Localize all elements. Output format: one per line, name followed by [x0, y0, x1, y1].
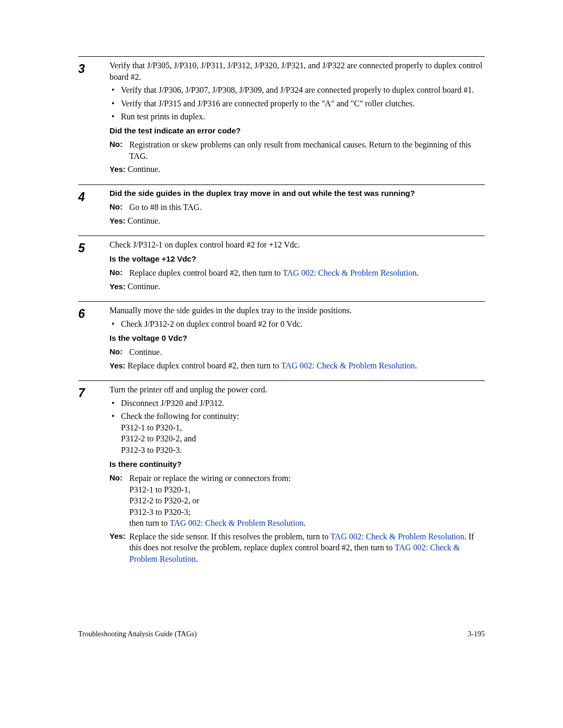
answer-no: No: Registration or skew problems can on… — [109, 139, 485, 162]
answer-yes: Yes: Continue. — [109, 215, 485, 227]
footer-left: Troubleshooting Analysis Guide (TAGs) — [78, 630, 197, 639]
yes-label: Yes: — [109, 282, 126, 291]
step-body: Did the side guides in the duplex tray m… — [109, 188, 485, 228]
step-body: Check J/P312-1 on duplex control board #… — [109, 239, 485, 294]
question: Did the side guides in the duplex tray m… — [109, 188, 485, 199]
question: Did the test indicate an error code? — [109, 126, 485, 136]
tag-002-link[interactable]: TAG 002: Check & Problem Resolution — [281, 361, 415, 370]
no-label: No: — [109, 473, 129, 529]
list-item: Verify that J/P315 and J/P316 are connec… — [109, 98, 485, 109]
step-number: 4 — [78, 188, 109, 228]
no-label: No: — [109, 139, 129, 162]
answer-yes: Yes: Continue. — [109, 281, 485, 292]
step-intro: Turn the printer off and unplug the powe… — [109, 384, 485, 396]
list-item: Verify that J/P306, J/P307, J/P308, J/P3… — [109, 84, 485, 96]
step-body: Manually move the side guides in the dup… — [109, 305, 485, 373]
yes-text: Replace duplex control board #2, then tu… — [128, 361, 417, 370]
list-item: Run test prints in duplex. — [109, 111, 485, 122]
step-number: 6 — [78, 305, 109, 373]
step-body: Verify that J/P305, J/P310, J/P311, J/P3… — [109, 60, 485, 177]
yes-text: Continue. — [128, 216, 161, 225]
answer-no: No: Go to #8 in this TAG. — [109, 202, 485, 213]
step-6: 6 Manually move the side guides in the d… — [78, 301, 485, 373]
answer-yes: Yes: Replace the side sensor. If this re… — [109, 531, 485, 565]
answer-no: No: Continue. — [109, 347, 485, 358]
footer-right: 3-195 — [468, 630, 485, 639]
step-body: Turn the printer off and unplug the powe… — [109, 384, 485, 567]
no-label: No: — [109, 202, 129, 213]
tag-002-link[interactable]: TAG 002: Check & Problem Resolution — [283, 268, 417, 277]
answer-yes: Yes: Replace duplex control board #2, th… — [109, 360, 485, 372]
bullet-list: Verify that J/P306, J/P307, J/P308, J/P3… — [109, 84, 485, 122]
question: Is the voltage +12 Vdc? — [109, 254, 485, 264]
yes-text: Continue. — [128, 282, 161, 291]
list-item: Check the following for continuity: P312… — [109, 411, 485, 455]
no-text: Replace duplex control board #2, then tu… — [129, 267, 485, 279]
answer-no: No: Replace duplex control board #2, the… — [109, 267, 485, 279]
question: Is there continuity? — [109, 459, 485, 470]
tag-002-link[interactable]: TAG 002: Check & Problem Resolution — [169, 519, 303, 527]
yes-text: Replace the side sensor. If this resolve… — [129, 531, 485, 565]
no-text: Continue. — [129, 347, 485, 358]
yes-label: Yes: — [109, 165, 126, 174]
tag-002-link[interactable]: TAG 002: Check & Problem Resolution — [331, 532, 464, 541]
answer-no: No: Repair or replace the wiring or conn… — [109, 473, 485, 529]
bullet-list: Check J/P312-2 on duplex control board #… — [109, 318, 485, 330]
step-3: 3 Verify that J/P305, J/P310, J/P311, J/… — [78, 56, 485, 177]
step-number: 5 — [78, 239, 109, 294]
no-label: No: — [109, 347, 129, 358]
page-footer: Troubleshooting Analysis Guide (TAGs) 3-… — [78, 630, 485, 639]
list-item: Disconnect J/P320 and J/P312. — [109, 398, 485, 409]
step-5: 5 Check J/P312-1 on duplex control board… — [78, 236, 485, 294]
no-label: No: — [109, 267, 129, 279]
list-item: Check J/P312-2 on duplex control board #… — [109, 318, 485, 330]
no-text: Go to #8 in this TAG. — [129, 202, 485, 213]
no-text: Registration or skew problems can only r… — [129, 139, 485, 162]
step-intro: Verify that J/P305, J/P310, J/P311, J/P3… — [109, 60, 485, 82]
step-7: 7 Turn the printer off and unplug the po… — [78, 380, 485, 567]
question: Is the voltage 0 Vdc? — [109, 333, 485, 343]
answer-yes: Yes: Continue. — [109, 164, 485, 175]
yes-label: Yes: — [109, 216, 126, 225]
no-text: Repair or replace the wiring or connecto… — [129, 473, 485, 529]
yes-label: Yes: — [109, 531, 129, 565]
step-number: 3 — [78, 60, 109, 177]
yes-label: Yes: — [109, 361, 126, 370]
step-intro: Manually move the side guides in the dup… — [109, 305, 485, 316]
yes-text: Continue. — [128, 165, 161, 174]
step-number: 7 — [78, 384, 109, 567]
step-4: 4 Did the side guides in the duplex tray… — [78, 184, 485, 228]
step-intro: Check J/P312-1 on duplex control board #… — [109, 239, 485, 251]
bullet-list: Disconnect J/P320 and J/P312. Check the … — [109, 398, 485, 456]
